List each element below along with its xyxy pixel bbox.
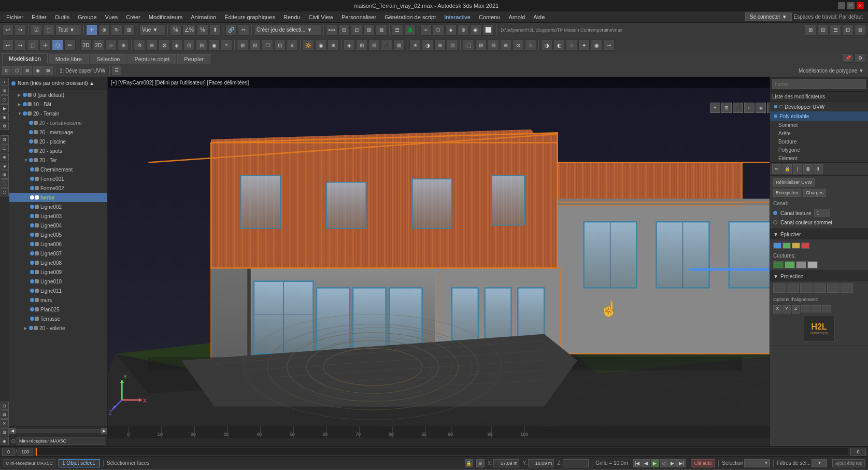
poly-sub-sommet[interactable]: Sommet [770,121,868,129]
spinner-snap[interactable]: ⬆ [209,24,221,36]
mod-tool-lock[interactable]: 🔒 [782,164,792,174]
side-bottom1[interactable]: ⊟ [1,402,9,410]
poly-sub-element[interactable]: Élément [770,154,868,162]
tree-item[interactable]: Ligne007 [9,249,107,258]
extra-e[interactable]: ⊘ [513,39,524,51]
modifier-poly[interactable]: Poly éditable [770,111,868,121]
menu-script[interactable]: Génération de script [380,13,440,21]
expand-icon[interactable]: ▶ [24,326,29,331]
layer-dropdown[interactable]: Mini-récepteur MAX5C [17,437,105,445]
tab-peinture[interactable]: Peinture objet [127,54,176,64]
mod-btn2[interactable]: ⬡ [12,66,22,75]
snap2d[interactable]: 2D [93,39,104,51]
render-prod[interactable]: ◉ [470,24,481,36]
select2[interactable]: ⬚ [27,39,38,51]
3d-cam1[interactable]: 🔆 [303,39,314,51]
mod-tool-export[interactable]: ⬆ [814,164,823,174]
tree-item[interactable]: ▶ 0 (par défaut) [9,90,107,99]
x-input[interactable] [493,459,519,467]
extra-i[interactable]: ☆ [566,39,577,51]
close-button[interactable]: ✕ [857,2,864,9]
frame-start-input[interactable] [2,448,15,456]
tab-peupler[interactable]: Peupler [177,54,210,64]
3d-mat3[interactable]: ⊟ [368,39,380,51]
viewport-nav5[interactable]: ⊠ [767,103,770,113]
select-button[interactable]: ☑ [31,24,42,36]
3d-misc3[interactable]: ☐ [262,39,273,51]
pin-btn[interactable]: 📌 [842,53,853,63]
tree-item[interactable]: Plan025 [9,305,107,314]
poly-sub-arete[interactable]: Arête [770,129,868,137]
key-mode-btn[interactable]: Clé auto [691,459,716,467]
maximize-button[interactable]: □ [847,2,855,9]
poly-mode-dropdown[interactable]: Modélisation de polygone ▼ [796,68,866,74]
proj-shape3[interactable] [800,283,813,293]
3d-mat4[interactable]: ⬛ [381,39,392,51]
3d-cam2[interactable]: ◉ [315,39,326,51]
side-s6[interactable]: ⬛ [1,179,9,188]
keyboard-shortcut-toggle[interactable]: % [170,24,181,36]
eplucher-header[interactable]: ▼ Éplucher [770,229,868,239]
tree-item[interactable]: Ligne010 [9,277,107,286]
side-s5[interactable]: ⊞ [1,170,9,179]
timeline-track[interactable] [35,448,848,456]
region-select[interactable]: ⬚ [43,24,54,36]
anim-next[interactable]: ▶ [668,459,677,467]
projection-header[interactable]: ▼ Projection [770,271,868,281]
expand-icon[interactable]: ▶ [18,102,23,107]
poly-sub-polygone[interactable]: Polygone [770,146,868,154]
axis-misc2[interactable] [812,305,821,312]
swatch-red[interactable] [801,243,809,249]
extra-f[interactable]: ≈ [525,39,536,51]
curve-editor[interactable]: ≈ [420,24,432,36]
tb-r5[interactable]: ⊠ [855,24,866,36]
tree-item[interactable]: Ligne006 [9,239,107,249]
menu-outils[interactable]: Outils [51,13,74,21]
extra-c[interactable]: ⊟ [488,39,499,51]
menu-rendu[interactable]: Rendu [279,13,304,21]
anim-play-back[interactable]: ◁ [660,459,668,467]
side-modify-icon[interactable]: ⊞ [1,87,9,95]
3d-extra3[interactable]: ⊕ [434,39,446,51]
tree-item[interactable]: Ligne003 [9,211,107,221]
expand-icon[interactable]: ▼ [24,158,29,163]
extra-g[interactable]: ◑ [541,39,552,51]
side-s4[interactable]: ◈ [1,162,9,170]
extra-k[interactable]: ◉ [591,39,602,51]
couture-tool3[interactable] [796,261,806,268]
unlink-button[interactable]: ✂ [238,24,249,36]
canal-texture-input[interactable] [814,209,830,217]
3d-extra1[interactable]: ☀ [409,39,421,51]
tree-item[interactable]: ▶ 20 - volerie [9,323,107,333]
move2[interactable]: ☩ [39,39,51,51]
3d-mat5[interactable]: ⊠ [393,39,405,51]
viewport-nav1[interactable]: ⊞ [721,103,732,113]
side-display-icon[interactable]: ◉ [1,113,9,121]
axis-misc3[interactable] [822,305,831,312]
tree-item[interactable]: Ligne009 [9,267,107,277]
canal-texture-radio[interactable] [773,211,777,215]
tree-item[interactable]: Ligne011 [9,286,107,295]
selection-dropdown[interactable]: ▼ [744,459,770,467]
link-button[interactable]: 🔗 [225,24,237,36]
tree-item[interactable]: 20 - marquage [9,127,107,137]
schematic-view[interactable]: ⬡ [433,24,444,36]
modifier-uwv[interactable]: Développer UVW [770,102,868,111]
extra-a[interactable]: ⬚ [463,39,474,51]
align-tool[interactable]: ⊟ [338,24,350,36]
anim-play-fwd[interactable]: ▶ [651,459,659,467]
menu-groupe[interactable]: Groupe [74,13,101,21]
extra-l[interactable]: ⊸ [603,39,615,51]
proj-shape4[interactable] [814,283,826,293]
scroll-left[interactable]: ◀ [9,428,16,434]
create-sel-dropdown[interactable]: Créer jeu de sélecti... ▼ [254,24,321,36]
proj-shape5[interactable] [827,283,839,293]
side-motion-icon[interactable]: ▶ [1,104,9,112]
enregistrer-btn[interactable]: Enregistrer [773,189,801,197]
swatch-blue[interactable] [773,243,781,249]
tree-item[interactable]: Terrasse [9,314,107,323]
viewport-nav2[interactable]: ⬛ [733,103,743,113]
menu-arnold[interactable]: Arnold [505,13,530,21]
menu-editer[interactable]: Éditer [27,13,51,21]
3d-misc4[interactable]: ⊡ [274,39,286,51]
